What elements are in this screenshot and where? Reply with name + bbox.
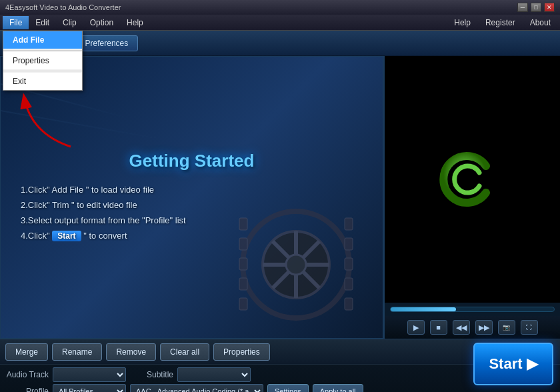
film-reel-decoration [236,205,356,325]
rename-button[interactable]: Rename [52,343,102,361]
preferences-label: Preferences [85,39,129,48]
minimize-button[interactable]: ─ [517,3,528,12]
dropdown-properties[interactable]: Properties [3,52,82,69]
svg-rect-11 [239,218,247,230]
progress-fill [391,307,456,311]
remove-button[interactable]: Remove [106,343,156,361]
dropdown-divider2 [3,71,82,71]
rewind-button[interactable]: ◀◀ [453,320,470,335]
format-select[interactable]: AAC - Advanced Audio Coding (*.aac) [130,384,263,392]
profile-label: Profile [5,387,49,392]
fullscreen-button[interactable]: ⛶ [521,320,538,335]
right-panel: ▶ ■ ◀◀ ▶▶ 📷 ⛶ [383,56,560,339]
title-bar-controls: ─ □ ✕ [517,3,555,12]
menu-right: Help Register About [447,16,557,29]
menu-register[interactable]: Register [479,16,522,29]
light-ray-2 [1,110,165,140]
maximize-button[interactable]: □ [531,3,541,12]
svg-rect-20 [345,298,353,310]
progress-bar-area [385,303,560,316]
screenshot-button[interactable]: 📷 [498,320,515,335]
apply-to-all-button[interactable]: Apply to all [313,384,363,392]
menu-about[interactable]: About [523,16,557,29]
progress-track[interactable] [390,307,555,312]
menu-edit[interactable]: Edit [29,16,56,29]
playback-controls: ▶ ■ ◀◀ ▶▶ 📷 ⛶ [385,316,560,339]
left-panel: Getting Started 1.Click" Add File " to l… [0,56,383,339]
menu-option[interactable]: Option [83,16,120,29]
merge-button[interactable]: Merge [5,343,48,361]
file-dropdown: Add File Properties Exit [3,31,83,91]
menu-clip[interactable]: Clip [56,16,83,29]
start-button[interactable]: Start ▶ [473,343,553,385]
dropdown-divider [3,50,82,51]
svg-rect-16 [345,218,353,230]
step-2: 2.Click" Trim " to edit video file [21,200,137,210]
start-arrow-icon: ▶ [527,355,538,373]
menu-help-right[interactable]: Help [447,16,477,29]
dropdown-add-file[interactable]: Add File [3,31,82,49]
start-label: Start [489,355,522,373]
profile-row: Profile All Profiles AAC - Advanced Audi… [5,384,555,392]
subtitle-select[interactable] [177,367,251,382]
start-button-container: Start ▶ [473,343,553,385]
properties-button[interactable]: Properties [213,343,270,361]
menu-file[interactable]: File [3,16,29,29]
step-4: 4.Click" Start " to convert [21,231,127,241]
video-preview [385,56,560,303]
menu-help[interactable]: Help [120,16,150,29]
stop-button[interactable]: ■ [430,320,447,335]
svg-rect-15 [239,298,247,310]
svg-rect-18 [345,258,353,270]
getting-started-title: Getting Started [129,151,255,171]
settings-button[interactable]: Settings [267,384,309,392]
audio-track-select[interactable] [53,367,126,382]
svg-rect-14 [239,278,247,290]
step4-start-badge: Start [52,231,81,241]
step4-prefix: 4.Click" [21,231,50,241]
app-title: 4Easysoft Video to Audio Converter [5,3,121,11]
svg-rect-17 [345,238,353,250]
step4-suffix: " to convert [83,231,127,241]
dropdown-exit[interactable]: Exit [3,73,82,90]
close-button[interactable]: ✕ [544,3,555,12]
clear-all-button[interactable]: Clear all [160,343,209,361]
svg-rect-13 [239,258,247,270]
audio-track-row: Audio Track Subtitle [5,367,555,382]
title-bar: 4Easysoft Video to Audio Converter ─ □ ✕ [0,0,560,15]
toolbar: ✂ Trim ⚙ Preferences [0,31,560,56]
subtitle-label: Subtitle [130,370,173,379]
play-button[interactable]: ▶ [407,320,425,335]
profile-select[interactable]: All Profiles [53,384,126,392]
menu-bar: File Edit Clip Option Help Help Register… [0,15,560,31]
step-1: 1.Click" Add File " to load video file [21,185,154,195]
app-logo [439,146,506,213]
step-3: 3.Select output format from the "Profile… [21,215,186,225]
forward-button[interactable]: ▶▶ [475,320,493,335]
audio-track-label: Audio Track [5,370,49,379]
svg-point-2 [286,255,306,275]
svg-rect-12 [239,238,247,250]
main-content: Getting Started 1.Click" Add File " to l… [0,56,560,339]
svg-rect-19 [345,278,353,290]
